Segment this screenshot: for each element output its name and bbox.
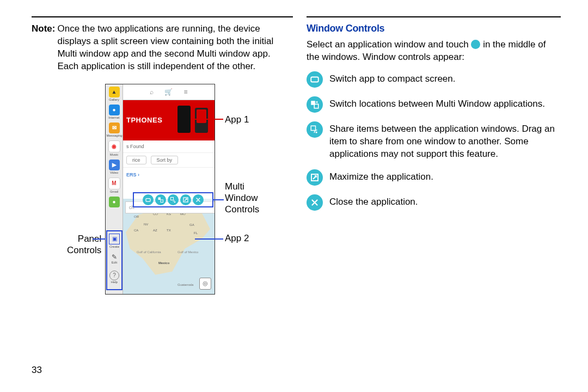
locate-icon: ◎ — [199, 278, 211, 290]
swap-windows-icon — [307, 96, 323, 113]
mini-close-icon — [193, 194, 204, 205]
compact-screen-icon — [307, 71, 323, 88]
svg-rect-3 — [171, 197, 174, 200]
mini-swap-icon — [155, 194, 166, 205]
label-app2: App 2 — [225, 233, 249, 244]
note-label: Note: — [32, 23, 55, 73]
svg-rect-0 — [146, 198, 150, 201]
label-panel-controls: Panel Controls — [67, 233, 101, 256]
svg-point-4 — [174, 201, 176, 203]
svg-rect-2 — [161, 200, 163, 203]
intro-text: Select an application window and touch i… — [307, 39, 561, 64]
phone-mock: ▲Gallery ●Internet ✉Messaging ◉Music ▶Vi… — [105, 84, 215, 295]
control-row-close: Close the application. — [307, 194, 561, 211]
mini-share-icon — [168, 194, 179, 205]
panel-controls-highlight: ▣ Create ✎ Edit ? Help — [106, 230, 122, 290]
maximize-text: Maximize the application. — [329, 169, 561, 183]
compact-text: Switch app to compact screen. — [329, 71, 561, 85]
control-row-share: Share items between the application wind… — [307, 121, 561, 161]
top-rule-left — [32, 16, 293, 17]
svg-rect-1 — [158, 197, 161, 200]
control-row-swap: Switch locations between Multi Window ap… — [307, 96, 561, 113]
swap-text: Switch locations between Multi Window ap… — [329, 96, 561, 111]
mini-maximize-icon — [180, 194, 191, 205]
top-rule-right — [307, 16, 561, 17]
section-header-window-controls: Window Controls — [307, 23, 561, 34]
diagram-area: ▲Gallery ●Internet ✉Messaging ◉Music ▶Vi… — [32, 84, 293, 313]
page-number: 33 — [32, 365, 42, 376]
control-row-maximize: Maximize the application. — [307, 169, 561, 186]
app-1-pane: ⌕🛒≡ TPHONES s Found rice Sort by ERS › — [123, 84, 215, 199]
hero-text: TPHONES — [126, 116, 162, 124]
label-mw-controls: Multi Window Controls — [225, 181, 259, 216]
leader-mw — [213, 199, 224, 200]
note-block: Note: Once the two applications are runn… — [32, 23, 293, 73]
handle-dot-icon — [471, 40, 480, 49]
svg-rect-6 — [311, 77, 318, 82]
note-text: Once the two applications are running, t… — [57, 23, 293, 73]
close-icon — [307, 194, 323, 211]
label-app1: App 1 — [225, 114, 249, 125]
mini-compact-icon — [143, 194, 154, 205]
maximize-icon — [307, 169, 323, 186]
leader-app1 — [195, 119, 223, 120]
share-items-icon — [307, 121, 323, 138]
multi-window-controls-highlight — [133, 192, 213, 207]
leader-panel — [93, 238, 106, 240]
leader-app2 — [195, 238, 223, 240]
share-text: Share items between the application wind… — [329, 121, 561, 161]
svg-rect-9 — [311, 126, 315, 130]
control-row-compact: Switch app to compact screen. — [307, 71, 561, 88]
close-text: Close the application. — [329, 194, 561, 209]
